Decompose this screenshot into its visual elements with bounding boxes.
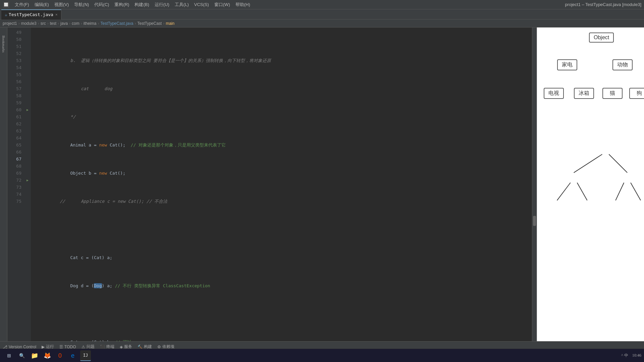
- vertical-scrollbar[interactable]: [532, 27, 537, 341]
- code-line-55: [34, 219, 537, 226]
- line-num-62: 62: [7, 120, 21, 127]
- code-line-49: b. 逻辑（待转换的对象和目标类型之间 要符合【是一个】的关系）强制转换，向下转…: [34, 50, 537, 57]
- tree-svg: [537, 27, 644, 341]
- breadcrumb-src[interactable]: src: [41, 21, 46, 26]
- menu-refactor[interactable]: 重构(R): [112, 1, 132, 8]
- code-container: 49 50 51 52 53 54 55 56 57 58 59 60 61 6…: [7, 27, 537, 341]
- taskbar-explorer[interactable]: 📁: [29, 350, 40, 361]
- gutter-icon-52: [24, 36, 31, 43]
- menu-file[interactable]: 文件(F): [12, 1, 32, 8]
- breadcrumb-file[interactable]: TestTypeCast.java: [100, 21, 133, 26]
- taskbar-office[interactable]: O: [55, 350, 65, 361]
- gutter-icon-71: [24, 170, 31, 177]
- line-num-57: 57: [7, 85, 21, 92]
- svg-line-0: [574, 154, 602, 173]
- taskbar-system-icons: ^ 中: [621, 353, 628, 358]
- breadcrumb-sep-7: ›: [98, 21, 99, 26]
- menu-tools[interactable]: 工具(L): [172, 1, 192, 8]
- line-num-60: 60: [7, 106, 21, 113]
- taskbar-browser[interactable]: 🦊: [42, 350, 53, 361]
- app-logo: 🔲: [3, 1, 9, 8]
- line-num-51: 51: [7, 43, 21, 50]
- line-num-68: 68: [7, 163, 21, 170]
- svg-line-2: [557, 183, 571, 200]
- line-num-52: 52: [7, 50, 21, 57]
- breadcrumb-itheima[interactable]: itheima: [84, 21, 97, 26]
- node-cat: 猫: [602, 88, 623, 99]
- node-dog: 狗: [629, 88, 644, 99]
- code-line-52: Animal a = new Cat(); // 对象还是那个对象，只是用父类型…: [34, 134, 537, 141]
- sidebar-bookmarks[interactable]: Bookmarks: [2, 36, 6, 53]
- menu-build[interactable]: 构建(B): [132, 1, 152, 8]
- right-panel: Object 家电 动物 电视 冰箱 猫 狗: [537, 27, 644, 341]
- taskbar-search[interactable]: 🔍: [16, 350, 27, 361]
- breadcrumb-project[interactable]: project1: [3, 21, 17, 26]
- menu-vcs[interactable]: VCS(S): [192, 1, 212, 8]
- line-num-50: 50: [7, 36, 21, 43]
- breadcrumb-java[interactable]: java: [60, 21, 68, 26]
- kw-new-52: new: [99, 142, 110, 147]
- code-line-56: Cat c = (Cat) a;: [34, 247, 537, 254]
- editor-tab[interactable]: ☕ TestTypeCast.java ×: [1, 9, 61, 19]
- comment-54: //: [60, 199, 81, 204]
- tab-bar: ☕ TestTypeCast.java ×: [0, 9, 644, 19]
- comment-57: // 不行 类型转换异常 ClassCastException: [115, 283, 210, 288]
- line-num-58: 58: [7, 92, 21, 99]
- code-line-59: Cat e = (Cat) b; // 可以: [34, 331, 537, 339]
- appliance-54: Appliance c =: [81, 199, 118, 204]
- cast-56: (Cat) a;: [91, 255, 112, 260]
- breadcrumb-sep-8: ›: [135, 21, 136, 26]
- breadcrumb-test[interactable]: test: [50, 21, 56, 26]
- main-layout: Bookmarks 49 50 51 52 53 54 55 56 57 58 …: [0, 27, 644, 341]
- taskbar-right: ^ 中 10:46: [621, 353, 641, 358]
- gutter-icon-73: [24, 184, 31, 191]
- breadcrumb-com[interactable]: com: [72, 21, 79, 26]
- breadcrumb-sep-4: ›: [58, 21, 59, 26]
- breadcrumb-method[interactable]: main: [166, 21, 174, 26]
- menu-code[interactable]: 代码(C): [92, 1, 112, 8]
- comment-49: b. 逻辑（待转换的对象和目标类型之间 要符合【是一个】的关系）强制转换，向下转…: [60, 58, 271, 63]
- cat-52: Cat: [110, 142, 117, 147]
- breadcrumb-sep-5: ›: [69, 21, 70, 26]
- line-num-53: 53: [7, 57, 21, 64]
- taskbar-edge[interactable]: e: [67, 350, 78, 361]
- menu-edit[interactable]: 编辑(E): [32, 1, 52, 8]
- code-lines[interactable]: b. 逻辑（待转换的对象和目标类型之间 要符合【是一个】的关系）强制转换，向下转…: [31, 27, 537, 341]
- gutter-icon-57: [24, 71, 31, 78]
- menu-bar: 🔲 文件(F) 编辑(E) 视图(V) 导航(N) 代码(C) 重构(R) 构建…: [0, 0, 644, 9]
- type-59: Cat e = (Cat) b;: [60, 340, 115, 341]
- comment-51: */: [60, 114, 75, 119]
- gutter-icon-60: [24, 92, 31, 99]
- new-54: new: [117, 199, 128, 204]
- menu-run[interactable]: 运行(U): [152, 1, 172, 8]
- gutter-icon-65: [24, 127, 31, 134]
- tab-icon: ☕: [5, 12, 7, 17]
- gutter-icon-61: [24, 99, 31, 106]
- scrollbar-thumb[interactable]: [533, 216, 536, 226]
- editor-area[interactable]: 49 50 51 52 53 54 55 56 57 58 59 60 61 6…: [7, 27, 537, 341]
- gutter-icon-72: ▶: [24, 177, 31, 184]
- taskbar-start[interactable]: ⊞: [4, 350, 14, 361]
- gutter-icon-70: [24, 163, 31, 170]
- breadcrumb: project1 › module3 › src › test › java ›…: [0, 19, 644, 27]
- svg-line-4: [615, 183, 624, 200]
- type-57a: Dog d = (: [60, 283, 94, 288]
- gutter-icon-63: [24, 113, 31, 120]
- tab-close-button[interactable]: ×: [55, 12, 58, 17]
- gutter-icon-69: [24, 156, 31, 163]
- menu-help[interactable]: 帮助(H): [233, 1, 253, 8]
- svg-line-1: [609, 154, 627, 173]
- line-num-59: 59: [7, 99, 21, 106]
- breadcrumb-class[interactable]: TestTypeCast: [138, 21, 162, 26]
- menu-view[interactable]: 视图(V): [52, 1, 71, 8]
- line-num-55: 55: [7, 71, 21, 78]
- taskbar-time: 10:46: [632, 353, 641, 358]
- gutter-icon-74: [24, 191, 31, 198]
- taskbar-idea[interactable]: IJ: [80, 350, 91, 361]
- breadcrumb-module[interactable]: module3: [21, 21, 37, 26]
- menu-window[interactable]: 窗口(W): [212, 1, 233, 8]
- window-title: project1 – TestTypeCast.java [module3]: [565, 2, 641, 7]
- line-num-64: 64: [7, 134, 21, 141]
- gutter-icon-67: [24, 141, 31, 148]
- menu-nav[interactable]: 导航(N): [71, 1, 92, 8]
